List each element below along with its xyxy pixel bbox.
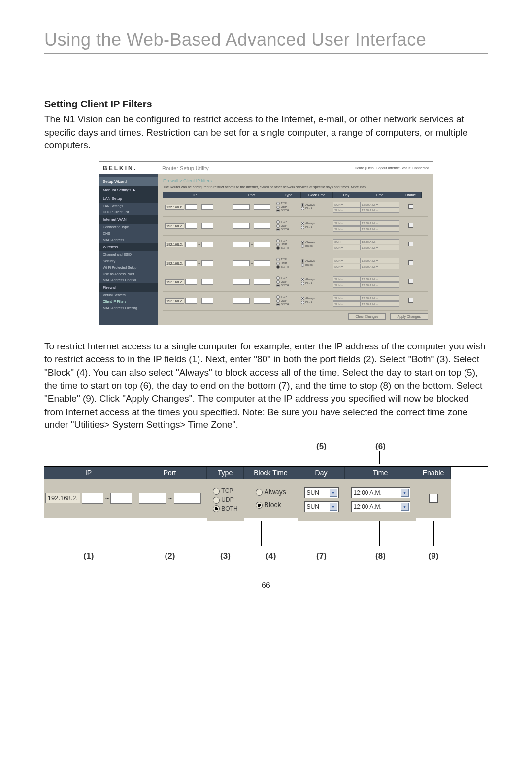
ip-end-input[interactable] <box>201 242 213 247</box>
port-start-input[interactable] <box>233 298 250 304</box>
sidebar-item[interactable]: DNS <box>99 230 158 237</box>
clear-changes-button[interactable]: Clear Changes <box>348 313 386 320</box>
day-start-select[interactable]: SUN ▾ <box>333 258 360 263</box>
sidebar-item[interactable]: Wi-Fi Protected Setup <box>99 264 158 271</box>
bt-always-radio[interactable]: Always <box>256 488 286 496</box>
day-end-select[interactable]: SUN ▾ <box>333 301 360 307</box>
port-start-input[interactable] <box>233 260 250 266</box>
type-both-radio[interactable]: BOTH <box>276 284 301 287</box>
time-start-select[interactable]: 12:00 A.M.▾ <box>351 487 410 498</box>
bt-always-radio[interactable]: Always <box>301 278 333 282</box>
type-both-radio[interactable]: BOTH <box>213 505 237 513</box>
time-end-select[interactable]: 12:00 A.M.▾ <box>351 501 410 512</box>
type-tcp-radio[interactable]: TCP <box>276 239 301 242</box>
type-tcp-radio[interactable]: TCP <box>276 220 301 224</box>
bt-block-radio[interactable]: Block <box>301 282 333 286</box>
day-end-select[interactable]: SUN ▾ <box>333 245 360 250</box>
ip-start-input[interactable] <box>185 260 197 266</box>
ip-start-input[interactable] <box>185 223 197 229</box>
bt-block-radio[interactable]: Block <box>301 207 333 211</box>
enable-checkbox[interactable] <box>408 298 413 303</box>
port-start-input[interactable] <box>233 279 250 285</box>
port-end-input[interactable] <box>254 223 270 229</box>
sidebar-item[interactable]: MAC Address <box>99 237 158 243</box>
time-end-select[interactable]: 12:00 A.M. ▾ <box>360 226 399 232</box>
sidebar-item[interactable]: Security <box>99 258 158 264</box>
port-start-input[interactable] <box>233 223 250 229</box>
type-udp-radio[interactable]: UDP <box>276 280 301 284</box>
type-both-radio[interactable]: BOTH <box>276 246 301 250</box>
day-end-select[interactable]: SUN ▾ <box>333 226 360 232</box>
type-udp-radio[interactable]: UDP <box>276 224 301 228</box>
enable-checkbox[interactable] <box>408 223 413 228</box>
port-end-input[interactable] <box>254 298 270 304</box>
day-start-select[interactable]: SUN ▾ <box>333 276 360 282</box>
ip-start-input[interactable] <box>185 242 197 247</box>
enable-checkbox[interactable] <box>408 204 413 209</box>
time-start-select[interactable]: 12:00 A.M. ▾ <box>360 276 399 282</box>
enable-checkbox[interactable] <box>408 242 413 246</box>
bt-always-radio[interactable]: Always <box>301 259 333 263</box>
time-end-select[interactable]: 12:00 A.M. ▾ <box>360 264 399 269</box>
ip-start-input[interactable] <box>82 493 103 504</box>
time-start-select[interactable]: 12:00 A.M. ▾ <box>360 202 399 207</box>
day-end-select[interactable]: SUN ▾ <box>333 264 360 269</box>
header-links[interactable]: Home | Help | Logout Internet Status: Co… <box>355 166 429 170</box>
bt-block-radio[interactable]: Block <box>301 244 333 248</box>
time-start-select[interactable]: 12:00 A.M. ▾ <box>360 295 399 301</box>
ip-end-input[interactable] <box>201 204 213 210</box>
type-udp-radio[interactable]: UDP <box>276 262 301 265</box>
day-start-select[interactable]: SUN▾ <box>304 487 339 498</box>
apply-changes-button[interactable]: Apply Changes <box>390 313 428 320</box>
ip-end-input[interactable] <box>110 493 132 504</box>
port-end-input[interactable] <box>254 260 270 266</box>
port-end-input[interactable] <box>254 279 270 285</box>
ip-start-input[interactable] <box>185 204 197 210</box>
time-start-select[interactable]: 12:00 A.M. ▾ <box>360 239 399 244</box>
bt-block-radio[interactable]: Block <box>256 501 286 509</box>
type-tcp-radio[interactable]: TCP <box>213 487 237 495</box>
day-end-select[interactable]: SUN ▾ <box>333 207 360 213</box>
type-udp-radio[interactable]: UDP <box>276 243 301 246</box>
bt-block-radio[interactable]: Block <box>301 226 333 230</box>
port-end-input[interactable] <box>254 204 270 210</box>
type-both-radio[interactable]: BOTH <box>276 265 301 269</box>
sidebar-item[interactable]: Use as Access Point <box>99 271 158 277</box>
day-start-select[interactable]: SUN ▾ <box>333 202 360 207</box>
enable-checkbox[interactable] <box>408 279 413 284</box>
sidebar-manual-settings[interactable]: Manual Settings ▶ <box>99 186 158 194</box>
type-udp-radio[interactable]: UDP <box>276 206 301 209</box>
ip-end-input[interactable] <box>201 223 213 229</box>
sidebar-item[interactable]: Channel and SSID <box>99 251 158 258</box>
port-start-input[interactable] <box>139 493 166 504</box>
bt-always-radio[interactable]: Always <box>301 241 333 244</box>
type-both-radio[interactable]: BOTH <box>276 228 301 231</box>
sidebar-setup-wizard[interactable]: Setup Wizard <box>99 177 158 186</box>
bt-always-radio[interactable]: Always <box>301 203 333 207</box>
time-end-select[interactable]: 12:00 A.M. ▾ <box>360 301 399 307</box>
type-udp-radio[interactable]: UDP <box>276 299 301 303</box>
time-start-select[interactable]: 12:00 A.M. ▾ <box>360 258 399 263</box>
type-tcp-radio[interactable]: TCP <box>276 202 301 205</box>
ip-end-input[interactable] <box>201 279 213 285</box>
type-udp-radio[interactable]: UDP <box>213 496 237 504</box>
enable-checkbox[interactable] <box>429 494 438 503</box>
bt-block-radio[interactable]: Block <box>301 301 333 305</box>
type-both-radio[interactable]: BOTH <box>276 209 301 212</box>
type-tcp-radio[interactable]: TCP <box>276 276 301 280</box>
type-tcp-radio[interactable]: TCP <box>276 258 301 261</box>
sidebar-item[interactable]: MAC Address Filtering <box>99 305 158 311</box>
bt-always-radio[interactable]: Always <box>301 297 333 301</box>
day-end-select[interactable]: SUN▾ <box>304 501 339 512</box>
day-start-select[interactable]: SUN ▾ <box>333 220 360 226</box>
bt-block-radio[interactable]: Block <box>301 263 333 267</box>
ip-end-input[interactable] <box>201 260 213 266</box>
sidebar-item[interactable]: Connection Type <box>99 224 158 230</box>
time-start-select[interactable]: 12:00 A.M. ▾ <box>360 220 399 226</box>
ip-end-input[interactable] <box>201 298 213 304</box>
sidebar-item[interactable]: DHCP Client List <box>99 209 158 215</box>
sidebar-item[interactable]: Virtual Servers <box>99 292 158 298</box>
day-start-select[interactable]: SUN ▾ <box>333 239 360 244</box>
day-start-select[interactable]: SUN ▾ <box>333 295 360 301</box>
ip-start-input[interactable] <box>185 298 197 304</box>
